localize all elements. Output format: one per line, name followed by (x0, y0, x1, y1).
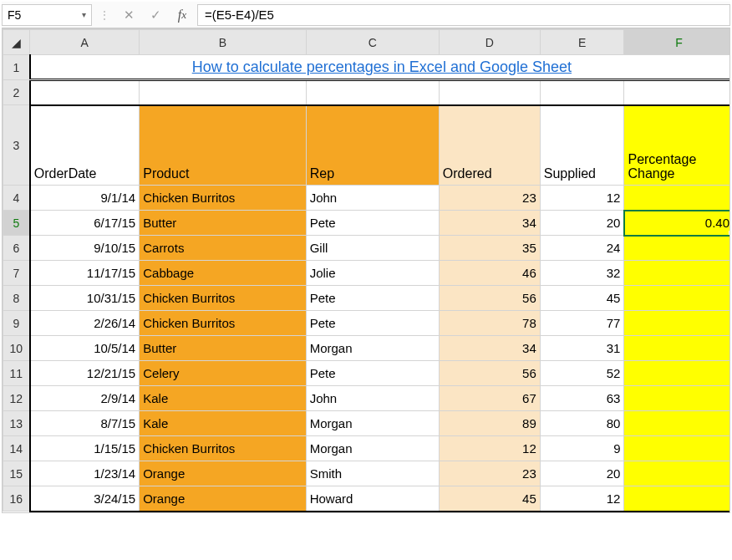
row-header-15[interactable]: 15 (3, 461, 30, 486)
cell-C15[interactable]: Smith (306, 461, 439, 486)
cell-B12[interactable]: Kale (140, 386, 306, 411)
cancel-formula-icon[interactable]: ✕ (117, 5, 140, 25)
page-title[interactable]: How to calculate percentages in Excel an… (30, 55, 730, 80)
cell-C9[interactable]: Pete (306, 311, 439, 336)
cell-C2[interactable] (306, 80, 439, 105)
cell-C11[interactable]: Pete (306, 361, 439, 386)
cell-E8[interactable]: 45 (540, 286, 624, 311)
row-header-16[interactable]: 16 (3, 486, 30, 512)
col-header-A[interactable]: A (30, 30, 140, 55)
cell-B16[interactable]: Orange (140, 486, 306, 512)
cell-A8[interactable]: 10/31/15 (30, 286, 140, 311)
cell-A4[interactable]: 9/1/14 (30, 186, 140, 211)
cell-C13[interactable]: Morgan (306, 411, 439, 436)
cell-F16[interactable] (624, 486, 730, 512)
cell-E11[interactable]: 52 (540, 361, 624, 386)
cell-B11[interactable]: Celery (140, 361, 306, 386)
cell-C8[interactable]: Pete (306, 286, 439, 311)
cell-F8[interactable] (624, 286, 730, 311)
cell-A12[interactable]: 2/9/14 (30, 386, 140, 411)
cell-A5[interactable]: 6/17/15 (30, 211, 140, 236)
cell-B6[interactable]: Carrots (140, 236, 306, 261)
row-header-14[interactable]: 14 (3, 436, 30, 461)
cell-F15[interactable] (624, 461, 730, 486)
cell-E9[interactable]: 77 (540, 311, 624, 336)
row-header-9[interactable]: 9 (3, 311, 30, 336)
cell-F2[interactable] (624, 80, 730, 105)
cell-B14[interactable]: Chicken Burritos (140, 436, 306, 461)
cell-F10[interactable] (624, 336, 730, 361)
cell-D12[interactable]: 67 (439, 386, 540, 411)
cell-E10[interactable]: 31 (540, 336, 624, 361)
header-orderdate[interactable]: OrderDate (30, 105, 140, 186)
cell-A7[interactable]: 11/17/15 (30, 261, 140, 286)
cell-D4[interactable]: 23 (439, 186, 540, 211)
cell-C7[interactable]: Jolie (306, 261, 439, 286)
row-header-1[interactable]: 1 (3, 55, 30, 80)
cell-C16[interactable]: Howard (306, 486, 439, 512)
cell-D2[interactable] (439, 80, 540, 105)
cell-A13[interactable]: 8/7/15 (30, 411, 140, 436)
cell-F4[interactable] (624, 186, 730, 211)
cell-E12[interactable]: 63 (540, 386, 624, 411)
cell-C10[interactable]: Morgan (306, 336, 439, 361)
cell-A14[interactable]: 1/15/15 (30, 436, 140, 461)
cell-E7[interactable]: 32 (540, 261, 624, 286)
cell-D5[interactable]: 34 (439, 211, 540, 236)
cell-E2[interactable] (540, 80, 624, 105)
cell-A11[interactable]: 12/21/15 (30, 361, 140, 386)
row-header-11[interactable]: 11 (3, 361, 30, 386)
col-header-B[interactable]: B (140, 30, 306, 55)
header-product[interactable]: Product (140, 105, 306, 186)
cell-D15[interactable]: 23 (439, 461, 540, 486)
insert-function-icon[interactable]: fx (170, 5, 194, 25)
row-header-13[interactable]: 13 (3, 411, 30, 436)
col-header-F[interactable]: F (624, 30, 730, 55)
row-header-8[interactable]: 8 (3, 286, 30, 311)
cell-E14[interactable]: 9 (540, 436, 624, 461)
row-header-3[interactable]: 3 (3, 105, 30, 186)
cell-C4[interactable]: John (306, 186, 439, 211)
cell-B8[interactable]: Chicken Burritos (140, 286, 306, 311)
cell-D13[interactable]: 89 (439, 411, 540, 436)
cell-F7[interactable] (624, 261, 730, 286)
cell-B10[interactable]: Butter (140, 336, 306, 361)
name-box[interactable]: F5 ▾ (2, 4, 92, 26)
cell-F9[interactable] (624, 311, 730, 336)
cell-E13[interactable]: 80 (540, 411, 624, 436)
col-header-C[interactable]: C (306, 30, 439, 55)
cell-C14[interactable]: Morgan (306, 436, 439, 461)
cell-A6[interactable]: 9/10/15 (30, 236, 140, 261)
formula-input[interactable]: =(E5-E4)/E5 (197, 4, 730, 26)
row-header-12[interactable]: 12 (3, 386, 30, 411)
cell-A10[interactable]: 10/5/14 (30, 336, 140, 361)
cell-D16[interactable]: 45 (439, 486, 540, 512)
cell-A15[interactable]: 1/23/14 (30, 461, 140, 486)
cell-B5[interactable]: Butter (140, 211, 306, 236)
cell-F5[interactable]: 0.40 (624, 211, 730, 236)
select-all-corner[interactable]: ◢ (3, 30, 30, 55)
cell-C6[interactable]: Gill (306, 236, 439, 261)
cell-D9[interactable]: 78 (439, 311, 540, 336)
cell-F6[interactable] (624, 236, 730, 261)
row-header-2[interactable]: 2 (3, 80, 30, 105)
cell-B4[interactable]: Chicken Burritos (140, 186, 306, 211)
cell-F14[interactable] (624, 436, 730, 461)
cell-E15[interactable]: 20 (540, 461, 624, 486)
cell-D8[interactable]: 56 (439, 286, 540, 311)
cell-F11[interactable] (624, 361, 730, 386)
cell-B7[interactable]: Cabbage (140, 261, 306, 286)
name-box-dropdown-icon[interactable]: ▾ (82, 10, 86, 19)
cell-A2[interactable] (30, 80, 140, 105)
header-supplied[interactable]: Supplied (540, 105, 624, 186)
header-ordered[interactable]: Ordered (439, 105, 540, 186)
row-header-5[interactable]: 5 (3, 211, 30, 236)
col-header-D[interactable]: D (439, 30, 540, 55)
row-header-7[interactable]: 7 (3, 261, 30, 286)
header-percentage-change[interactable]: Percentage Change (624, 105, 730, 186)
cell-B9[interactable]: Chicken Burritos (140, 311, 306, 336)
row-header-10[interactable]: 10 (3, 336, 30, 361)
cell-E16[interactable]: 12 (540, 486, 624, 512)
accept-formula-icon[interactable]: ✓ (144, 5, 167, 25)
cell-E6[interactable]: 24 (540, 236, 624, 261)
